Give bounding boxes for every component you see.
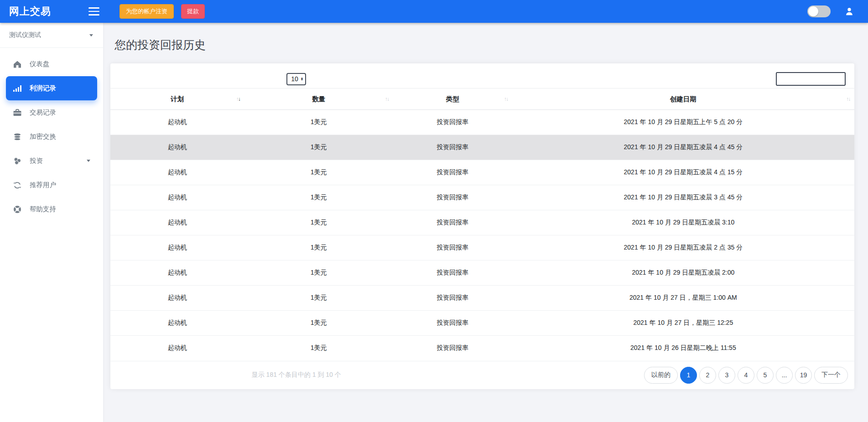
table-controls: 显示 10 ▲▼ 条目 搜索: (110, 70, 854, 88)
account-selector[interactable]: 测试仪测试 (0, 23, 103, 48)
page-size-select[interactable]: 10 ▲▼ (286, 73, 306, 85)
header-type[interactable]: 类型 ↑↓ (393, 89, 512, 110)
search-input[interactable] (776, 72, 846, 86)
top-navbar: 网上交易 为您的帐户注资 提款 (0, 0, 868, 23)
table-row: 起动机 1美元 投资回报率 2021 年 10 月 29 日星期五凌晨 2 点 … (110, 235, 854, 260)
user-icon[interactable] (844, 6, 854, 16)
pagination-page-2[interactable]: 2 (699, 367, 716, 384)
table-row: 起动机 1美元 投资回报率 2021 年 10 月 27 日，星期三 1:00 … (110, 286, 854, 311)
table-row: 起动机 1美元 投资回报率 2021 年 10 月 29 日星期五上午 5 点 … (110, 110, 854, 135)
referral-icon (13, 181, 22, 190)
navbar-right (807, 5, 868, 17)
life-ring-icon (13, 205, 22, 214)
select-spinner-icon: ▲▼ (301, 77, 303, 81)
table-row: 起动机 1美元 投资回报率 2021 年 10 月 29 日星期五凌晨 4 点 … (110, 160, 854, 185)
menu-icon[interactable] (88, 7, 99, 16)
sidebar-item-label: 交易记录 (30, 108, 56, 117)
coins-icon (13, 156, 22, 166)
sidebar-item-referrals[interactable]: 推荐用户 (6, 173, 97, 197)
account-selector-value: 测试仪测试 (9, 31, 41, 39)
home-icon (13, 60, 22, 69)
search-label: 搜索: (757, 75, 771, 83)
sort-icon: ↑↓ (236, 96, 240, 102)
page-size-value: 10 (291, 75, 298, 83)
table-row: 起动机 1美元 投资回报率 2021 年 10 月 29 日星期五凌晨 2:00 (110, 260, 854, 286)
table-row: 起动机 1美元 投资回报率 2021 年 10 月 29 日星期五凌晨 3 点 … (110, 185, 854, 210)
table-row: 起动机 1美元 投资回报率 2021 年 10 月 27 日，星期三 12:25 (110, 311, 854, 336)
entries-label: 条目 (310, 75, 323, 83)
show-label: 显示 (270, 75, 282, 83)
chevron-down-icon (89, 34, 93, 36)
table-footer: 显示 181 个条目中的 1 到 10 个 以前的 1 2 3 4 5 ... … (110, 361, 854, 389)
sort-icon: ↑↓ (385, 96, 389, 102)
pagination-ellipsis[interactable]: ... (776, 367, 793, 384)
pagination-page-19[interactable]: 19 (795, 367, 812, 384)
toggle-knob (808, 6, 818, 16)
pagination-page-4[interactable]: 4 (738, 367, 754, 384)
bar-chart-icon (13, 84, 22, 93)
sidebar-item-label: 投资 (30, 156, 43, 165)
page-title: 您的投资回报历史 (114, 37, 868, 52)
history-card: 显示 10 ▲▼ 条目 搜索: 计划 ↑↓ (110, 63, 854, 389)
sidebar-item-label: 帮助支持 (30, 205, 56, 214)
sidebar-item-label: 推荐用户 (30, 181, 56, 189)
sort-icon: ↑↓ (504, 96, 508, 102)
sidebar-item-support[interactable]: 帮助支持 (6, 197, 97, 221)
sidebar-item-invest[interactable]: 投资 (6, 149, 97, 173)
history-table: 计划 ↑↓ 数量 ↑↓ 类型 ↑↓ 创建日期 ↑↓ (110, 88, 854, 361)
chevron-down-icon (87, 160, 90, 162)
page-length-control: 显示 10 ▲▼ 条目 (110, 73, 483, 85)
search-control: 搜索: (483, 72, 855, 86)
sidebar-item-dashboard[interactable]: 仪表盘 (6, 52, 97, 76)
pagination-page-5[interactable]: 5 (757, 367, 774, 384)
sidebar-item-label: 仪表盘 (30, 60, 50, 68)
sidebar-item-crypto-exchange[interactable]: 加密交换 (6, 125, 97, 149)
pagination-page-3[interactable]: 3 (718, 367, 735, 384)
withdraw-button[interactable]: 提款 (181, 4, 205, 19)
pagination-prev[interactable]: 以前的 (644, 367, 678, 384)
coin-stack-icon (13, 132, 22, 141)
main-content: 您的投资回报历史 显示 10 ▲▼ 条目 搜索: 计划 ↑ (103, 23, 868, 422)
table-header-row: 计划 ↑↓ 数量 ↑↓ 类型 ↑↓ 创建日期 ↑↓ (110, 89, 854, 110)
sidebar: 测试仪测试 仪表盘 利润记录 交易记录 (0, 23, 103, 422)
fund-account-button[interactable]: 为您的帐户注资 (120, 4, 174, 19)
header-plan[interactable]: 计划 ↑↓ (110, 89, 244, 110)
sort-icon: ↑↓ (847, 96, 851, 102)
table-row: 起动机 1美元 投资回报率 2021 年 10 月 29 日星期五凌晨 3:10 (110, 210, 854, 235)
briefcase-icon (13, 108, 22, 117)
pagination-next[interactable]: 下一个 (814, 367, 848, 384)
sidebar-item-label: 利润记录 (30, 84, 56, 93)
brand-logo[interactable]: 网上交易 (0, 5, 77, 18)
header-date[interactable]: 创建日期 ↑↓ (512, 89, 854, 110)
pagination: 以前的 1 2 3 4 5 ... 19 下一个 (483, 367, 855, 384)
theme-toggle[interactable] (807, 5, 831, 17)
header-amount[interactable]: 数量 ↑↓ (244, 89, 393, 110)
sidebar-item-label: 加密交换 (30, 132, 56, 141)
table-row-highlighted: 起动机 1美元 投资回报率 2021 年 10 月 29 日星期五凌晨 4 点 … (110, 135, 854, 160)
sidebar-item-profit-log[interactable]: 利润记录 (6, 76, 97, 100)
sidebar-item-transactions[interactable]: 交易记录 (6, 100, 97, 125)
table-row: 起动机 1美元 投资回报率 2021 年 10 月 26 日星期二晚上 11:5… (110, 336, 854, 361)
entries-info: 显示 181 个条目中的 1 到 10 个 (110, 371, 483, 379)
sidebar-nav: 仪表盘 利润记录 交易记录 加密交换 (0, 48, 103, 221)
pagination-page-1[interactable]: 1 (680, 367, 697, 384)
